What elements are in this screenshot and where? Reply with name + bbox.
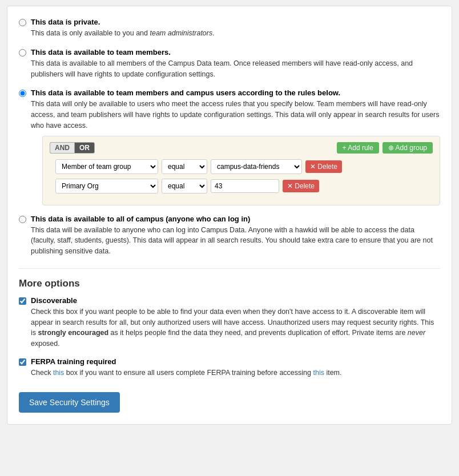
option-team-desc: This data is available to all members of… [31, 58, 440, 80]
ferpa-content: FERPA training required Check this box i… [31, 357, 341, 378]
more-options-title: More options [19, 268, 440, 289]
rule-2-value-input[interactable] [211, 179, 279, 193]
rules-actions: + Add rule ⊕ Add group [337, 142, 433, 154]
ferpa-item-link[interactable]: this [313, 369, 324, 377]
option-private-content: This data is private. This data is only … [31, 18, 215, 39]
option-campus-desc: This data will be available to anyone wh… [31, 225, 440, 257]
option-rules-radio[interactable] [19, 90, 26, 97]
option-rules-content: This data is available to team members a… [31, 88, 440, 205]
option-rules-row: This data is available to team members a… [19, 88, 440, 205]
rule-1-operator-select[interactable]: equal not equal contains [162, 159, 207, 174]
rule-2-field-select[interactable]: Primary Org Member of team group [55, 179, 158, 193]
option-campus-content: This data is available to all of campus … [31, 215, 440, 257]
rule-2-delete-button[interactable]: Delete [283, 180, 319, 192]
option-campus-row: This data is available to all of campus … [19, 215, 440, 257]
option-team-row: This data is available to team members. … [19, 48, 440, 80]
rule-1-delete-button[interactable]: Delete [305, 160, 342, 173]
option-campus-radio[interactable] [19, 216, 26, 223]
page-container: This data is private. This data is only … [7, 6, 452, 425]
rule-row-2: Primary Org Member of team group equal n… [50, 179, 433, 193]
ferpa-option: FERPA training required Check this box i… [19, 357, 440, 378]
discoverable-desc: Check this box if you want people to be … [31, 306, 440, 349]
option-team-title: This data is available to team members. [31, 48, 440, 57]
add-group-button[interactable]: ⊕ Add group [382, 142, 433, 154]
ferpa-this-link[interactable]: this [53, 369, 64, 377]
and-or-group: AND OR [50, 142, 95, 154]
rule-1-value-select[interactable]: campus-data-friends [211, 159, 302, 174]
ferpa-desc: Check this box if you want to ensure all… [31, 368, 341, 378]
save-security-button[interactable]: Save Security Settings [19, 392, 120, 413]
rules-box: AND OR + Add rule ⊕ Add group Member of … [42, 136, 440, 205]
rules-header: AND OR + Add rule ⊕ Add group [50, 142, 433, 154]
ferpa-label: FERPA training required [31, 357, 341, 366]
option-private-radio[interactable] [19, 19, 26, 26]
option-private-title: This data is private. [31, 18, 215, 26]
discoverable-checkbox[interactable] [19, 297, 26, 305]
option-private-row: This data is private. This data is only … [19, 18, 440, 39]
rule-1-field-select[interactable]: Member of team group Primary Org [55, 159, 158, 174]
discoverable-label: Discoverable [31, 296, 440, 305]
option-campus-title: This data is available to all of campus … [31, 215, 440, 223]
discoverable-content: Discoverable Check this box if you want … [31, 296, 440, 349]
rule-row-1: Member of team group Primary Org equal n… [50, 159, 433, 174]
add-rule-button[interactable]: + Add rule [337, 142, 379, 154]
option-team-radio[interactable] [19, 49, 26, 57]
ferpa-checkbox[interactable] [19, 358, 26, 366]
option-rules-title: This data is available to team members a… [31, 88, 440, 97]
discoverable-option: Discoverable Check this box if you want … [19, 296, 440, 349]
option-private-desc: This data is only available to you and t… [31, 28, 215, 39]
rule-2-operator-select[interactable]: equal not equal contains [162, 179, 207, 193]
or-button[interactable]: OR [74, 142, 95, 154]
option-rules-desc: This data will only be available to user… [31, 99, 440, 131]
and-button[interactable]: AND [50, 142, 74, 154]
option-team-content: This data is available to team members. … [31, 48, 440, 80]
